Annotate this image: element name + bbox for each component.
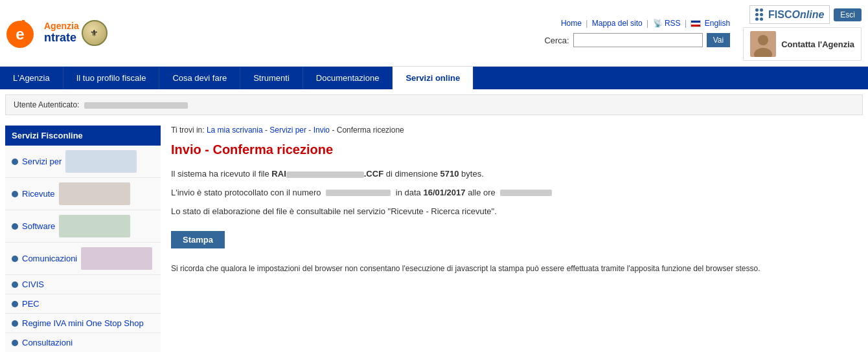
logo-area: e A Agenzia ntrate ⚜	[6, 16, 108, 50]
sidebar-item-label: Software	[22, 221, 55, 231]
sidebar-item-label: Regime IVA mini One Stop Shop	[22, 318, 144, 328]
search-input[interactable]	[573, 33, 703, 47]
sidebar-item-ricevute[interactable]: Ricevute	[5, 178, 161, 210]
sidebar-dot-icon	[12, 281, 18, 288]
contatta-label[interactable]: Contatta l'Agenzia	[781, 39, 854, 49]
sidebar-dot-icon	[12, 191, 18, 197]
main-container: Servizi Fisconline Servizi per Ricevute …	[0, 120, 868, 352]
sidebar-dot-icon	[12, 320, 18, 327]
flag-uk-icon	[691, 20, 701, 27]
fisconline-logo: FISCOnline	[749, 5, 830, 24]
sidebar-dot-icon	[12, 340, 18, 346]
vai-button[interactable]: Vai	[707, 33, 730, 47]
search-row: Cerca: Vai	[544, 33, 730, 47]
sep2: |	[646, 19, 648, 28]
sidebar-item-software[interactable]: Software	[5, 210, 161, 243]
line1-prefix: Il sistema ha ricevuto il file	[171, 169, 269, 179]
sep1: |	[586, 19, 588, 28]
line2-prefix: L'invio è stato protocollato con il nume…	[171, 188, 321, 197]
sidebar-dot-icon	[12, 159, 18, 165]
file-size: 5710	[440, 169, 459, 179]
sidebar-item-comunicazioni[interactable]: Comunicazioni	[5, 243, 161, 275]
header-center: Home | Mappa del sito | 📡 RSS | English …	[120, 19, 730, 47]
emblem-icon: ⚜	[82, 20, 108, 46]
auth-bar: Utente Autenticato:	[5, 94, 863, 115]
header-top-links: Home | Mappa del sito | 📡 RSS | English	[561, 19, 730, 28]
sidebar-item-label: Ricevute	[22, 189, 55, 199]
sidebar-title: Servizi Fisconline	[5, 126, 161, 146]
sidebar-item-consultazioni[interactable]: Consultazioni	[5, 333, 161, 352]
nav-item-profilo[interactable]: Il tuo profilo fiscale	[63, 67, 160, 89]
breadcrumb-servizi-link[interactable]: Servizi per	[269, 126, 306, 135]
search-label: Cerca:	[544, 36, 569, 45]
logo-icon: e A	[6, 16, 41, 50]
breadcrumb-current: Conferma ricezione	[337, 126, 404, 135]
sidebar-item-civis[interactable]: CIVIS	[5, 275, 161, 294]
logo-text: Agenzia ntrate	[44, 21, 79, 44]
fisconline-dots-icon	[755, 8, 766, 21]
sidebar-item-label: Comunicazioni	[22, 254, 77, 263]
auth-value	[84, 102, 188, 109]
sidebar-item-label: Consultazioni	[22, 338, 73, 347]
sidebar-item-thumbnail	[59, 215, 130, 237]
protocol-text: L'invio è stato protocollato con il nume…	[171, 186, 852, 200]
fisconline-text: FISCOnline	[768, 9, 824, 21]
rss-icon: 📡	[653, 19, 663, 28]
sidebar-item-servizi-per[interactable]: Servizi per	[5, 146, 161, 178]
svg-point-1	[758, 35, 768, 45]
breadcrumb-invio-link[interactable]: Invio	[314, 126, 330, 135]
line1-bytes: bytes.	[461, 169, 484, 179]
esci-button[interactable]: Esci	[834, 8, 862, 21]
filename-redacted	[286, 171, 364, 178]
logo: e A Agenzia ntrate ⚜	[6, 16, 108, 50]
note-text: Si ricorda che qualora le impostazioni d…	[171, 263, 852, 274]
breadcrumb-sep3: -	[332, 126, 336, 135]
mappa-link[interactable]: Mappa del sito	[592, 19, 643, 28]
nav-item-strumenti[interactable]: Strumenti	[240, 67, 303, 89]
nav-item-agenzia[interactable]: L'Agenzia	[0, 67, 63, 89]
nav-item-cosa[interactable]: Cosa devi fare	[159, 67, 240, 89]
nav-item-documentazione[interactable]: Documentazione	[303, 67, 393, 89]
auth-label: Utente Autenticato:	[14, 100, 79, 109]
sidebar-item-label: Servizi per	[22, 157, 62, 166]
sidebar-dot-icon	[12, 256, 18, 262]
sidebar-item-pec[interactable]: PEC	[5, 294, 161, 314]
contatta-row: Contatta l'Agenzia	[743, 27, 862, 61]
breadcrumb-sep2: -	[308, 126, 313, 135]
file-ext: .CCF	[364, 169, 383, 179]
content-area: Ti trovi in: La mia scrivania - Servizi …	[161, 126, 863, 352]
nav-item-servizi[interactable]: Servizi online	[393, 67, 474, 89]
breadcrumb: Ti trovi in: La mia scrivania - Servizi …	[171, 126, 852, 135]
avatar	[750, 31, 776, 57]
sidebar-item-thumbnail	[59, 182, 130, 205]
sidebar-item-label: CIVIS	[22, 280, 44, 289]
sidebar: Servizi Fisconline Servizi per Ricevute …	[5, 126, 161, 352]
english-link[interactable]: English	[705, 19, 730, 28]
protocol-redacted	[326, 190, 391, 196]
line1-size-pre: di dimensione	[386, 169, 440, 179]
line2-date: 16/01/2017	[423, 188, 465, 197]
header: e A Agenzia ntrate ⚜ Home | Mappa del si…	[0, 0, 868, 67]
home-link[interactable]: Home	[561, 19, 582, 28]
file-received-text: Il sistema ha ricevuto il file RAI.CCF d…	[171, 168, 852, 181]
breadcrumb-prefix: Ti trovi in:	[171, 126, 205, 135]
file-name: RAI	[271, 169, 286, 179]
sidebar-item-thumbnail	[81, 247, 152, 270]
sep3: |	[685, 19, 687, 28]
header-right: FISCOnline Esci Contatta l'Agenzia	[743, 5, 862, 61]
stampa-button[interactable]: Stampa	[171, 231, 225, 248]
breadcrumb-scrivania-link[interactable]: La mia scrivania	[207, 126, 263, 135]
sidebar-item-thumbnail	[65, 150, 137, 173]
sidebar-dot-icon	[12, 223, 18, 230]
rss-link[interactable]: RSS	[665, 19, 681, 28]
sidebar-dot-icon	[12, 301, 18, 307]
sidebar-item-label: PEC	[22, 299, 40, 309]
line2-date-pre: in data	[396, 188, 424, 197]
time-redacted	[500, 190, 552, 196]
line2-time-pre: alle ore	[468, 188, 497, 197]
elaborazione-text: Lo stato di elaborazione del file è cons…	[171, 205, 852, 219]
page-title: Invio - Conferma ricezione	[171, 142, 852, 157]
sidebar-item-regime-iva[interactable]: Regime IVA mini One Stop Shop	[5, 314, 161, 333]
nav-bar: L'Agenzia Il tuo profilo fiscale Cosa de…	[0, 67, 868, 89]
